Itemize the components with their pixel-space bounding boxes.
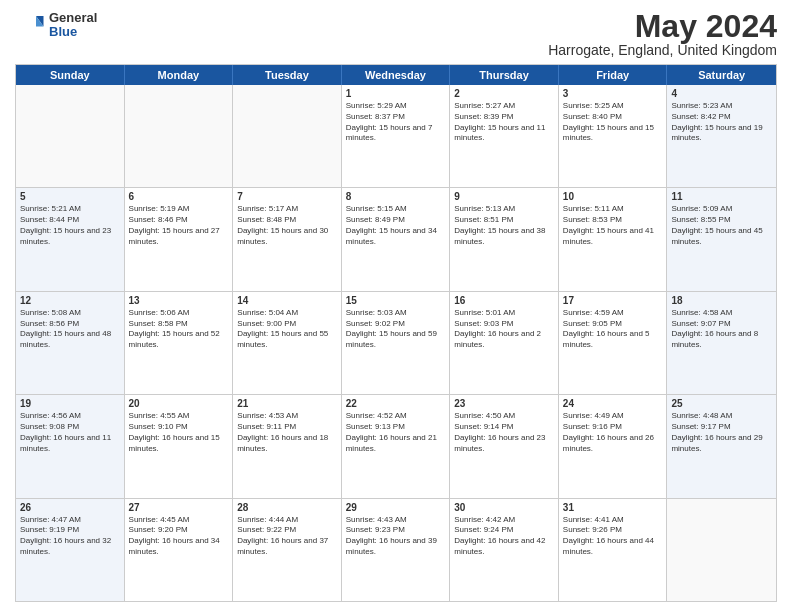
day-info: Sunrise: 4:47 AM Sunset: 9:19 PM Dayligh… [20,515,120,558]
day-cell-27: 27Sunrise: 4:45 AM Sunset: 9:20 PM Dayli… [125,499,234,601]
empty-cell [125,85,234,187]
day-number: 23 [454,398,554,409]
day-info: Sunrise: 5:11 AM Sunset: 8:53 PM Dayligh… [563,204,663,247]
day-cell-5: 5Sunrise: 5:21 AM Sunset: 8:44 PM Daylig… [16,188,125,290]
day-cell-3: 3Sunrise: 5:25 AM Sunset: 8:40 PM Daylig… [559,85,668,187]
day-cell-8: 8Sunrise: 5:15 AM Sunset: 8:49 PM Daylig… [342,188,451,290]
day-number: 13 [129,295,229,306]
day-cell-21: 21Sunrise: 4:53 AM Sunset: 9:11 PM Dayli… [233,395,342,497]
day-cell-22: 22Sunrise: 4:52 AM Sunset: 9:13 PM Dayli… [342,395,451,497]
day-number: 12 [20,295,120,306]
logo-icon [15,10,45,40]
day-number: 27 [129,502,229,513]
day-number: 28 [237,502,337,513]
empty-cell [16,85,125,187]
day-cell-1: 1Sunrise: 5:29 AM Sunset: 8:37 PM Daylig… [342,85,451,187]
day-cell-31: 31Sunrise: 4:41 AM Sunset: 9:26 PM Dayli… [559,499,668,601]
day-info: Sunrise: 5:03 AM Sunset: 9:02 PM Dayligh… [346,308,446,351]
day-cell-26: 26Sunrise: 4:47 AM Sunset: 9:19 PM Dayli… [16,499,125,601]
day-number: 9 [454,191,554,202]
page: General Blue May 2024 Harrogate, England… [0,0,792,612]
header-day-thursday: Thursday [450,65,559,85]
day-info: Sunrise: 4:56 AM Sunset: 9:08 PM Dayligh… [20,411,120,454]
header-day-saturday: Saturday [667,65,776,85]
day-info: Sunrise: 4:42 AM Sunset: 9:24 PM Dayligh… [454,515,554,558]
location: Harrogate, England, United Kingdom [548,42,777,58]
day-cell-29: 29Sunrise: 4:43 AM Sunset: 9:23 PM Dayli… [342,499,451,601]
day-number: 24 [563,398,663,409]
day-cell-16: 16Sunrise: 5:01 AM Sunset: 9:03 PM Dayli… [450,292,559,394]
calendar-header-row: SundayMondayTuesdayWednesdayThursdayFrid… [16,65,776,85]
day-cell-2: 2Sunrise: 5:27 AM Sunset: 8:39 PM Daylig… [450,85,559,187]
day-cell-23: 23Sunrise: 4:50 AM Sunset: 9:14 PM Dayli… [450,395,559,497]
day-cell-6: 6Sunrise: 5:19 AM Sunset: 8:46 PM Daylig… [125,188,234,290]
day-number: 20 [129,398,229,409]
header-day-wednesday: Wednesday [342,65,451,85]
day-info: Sunrise: 4:59 AM Sunset: 9:05 PM Dayligh… [563,308,663,351]
day-number: 19 [20,398,120,409]
day-info: Sunrise: 4:45 AM Sunset: 9:20 PM Dayligh… [129,515,229,558]
day-info: Sunrise: 5:19 AM Sunset: 8:46 PM Dayligh… [129,204,229,247]
day-cell-13: 13Sunrise: 5:06 AM Sunset: 8:58 PM Dayli… [125,292,234,394]
day-info: Sunrise: 4:49 AM Sunset: 9:16 PM Dayligh… [563,411,663,454]
day-cell-18: 18Sunrise: 4:58 AM Sunset: 9:07 PM Dayli… [667,292,776,394]
day-info: Sunrise: 5:23 AM Sunset: 8:42 PM Dayligh… [671,101,772,144]
day-number: 25 [671,398,772,409]
day-number: 7 [237,191,337,202]
day-cell-9: 9Sunrise: 5:13 AM Sunset: 8:51 PM Daylig… [450,188,559,290]
day-number: 26 [20,502,120,513]
day-number: 8 [346,191,446,202]
day-info: Sunrise: 4:43 AM Sunset: 9:23 PM Dayligh… [346,515,446,558]
title-section: May 2024 Harrogate, England, United King… [548,10,777,58]
day-cell-30: 30Sunrise: 4:42 AM Sunset: 9:24 PM Dayli… [450,499,559,601]
day-number: 6 [129,191,229,202]
day-info: Sunrise: 4:41 AM Sunset: 9:26 PM Dayligh… [563,515,663,558]
calendar-body: 1Sunrise: 5:29 AM Sunset: 8:37 PM Daylig… [16,85,776,601]
day-cell-28: 28Sunrise: 4:44 AM Sunset: 9:22 PM Dayli… [233,499,342,601]
day-number: 31 [563,502,663,513]
day-info: Sunrise: 5:09 AM Sunset: 8:55 PM Dayligh… [671,204,772,247]
header-day-monday: Monday [125,65,234,85]
day-info: Sunrise: 5:27 AM Sunset: 8:39 PM Dayligh… [454,101,554,144]
day-number: 5 [20,191,120,202]
day-info: Sunrise: 4:48 AM Sunset: 9:17 PM Dayligh… [671,411,772,454]
day-cell-20: 20Sunrise: 4:55 AM Sunset: 9:10 PM Dayli… [125,395,234,497]
logo-general-text: General [49,11,97,25]
header-day-friday: Friday [559,65,668,85]
week-row-1: 1Sunrise: 5:29 AM Sunset: 8:37 PM Daylig… [16,85,776,188]
day-number: 11 [671,191,772,202]
day-cell-24: 24Sunrise: 4:49 AM Sunset: 9:16 PM Dayli… [559,395,668,497]
day-number: 4 [671,88,772,99]
day-info: Sunrise: 5:13 AM Sunset: 8:51 PM Dayligh… [454,204,554,247]
day-cell-10: 10Sunrise: 5:11 AM Sunset: 8:53 PM Dayli… [559,188,668,290]
day-info: Sunrise: 5:04 AM Sunset: 9:00 PM Dayligh… [237,308,337,351]
day-number: 21 [237,398,337,409]
day-cell-15: 15Sunrise: 5:03 AM Sunset: 9:02 PM Dayli… [342,292,451,394]
day-cell-14: 14Sunrise: 5:04 AM Sunset: 9:00 PM Dayli… [233,292,342,394]
header: General Blue May 2024 Harrogate, England… [15,10,777,58]
week-row-2: 5Sunrise: 5:21 AM Sunset: 8:44 PM Daylig… [16,188,776,291]
day-info: Sunrise: 5:08 AM Sunset: 8:56 PM Dayligh… [20,308,120,351]
day-cell-17: 17Sunrise: 4:59 AM Sunset: 9:05 PM Dayli… [559,292,668,394]
day-number: 30 [454,502,554,513]
day-info: Sunrise: 5:25 AM Sunset: 8:40 PM Dayligh… [563,101,663,144]
week-row-3: 12Sunrise: 5:08 AM Sunset: 8:56 PM Dayli… [16,292,776,395]
day-info: Sunrise: 4:52 AM Sunset: 9:13 PM Dayligh… [346,411,446,454]
day-number: 10 [563,191,663,202]
week-row-5: 26Sunrise: 4:47 AM Sunset: 9:19 PM Dayli… [16,499,776,601]
header-day-sunday: Sunday [16,65,125,85]
day-number: 15 [346,295,446,306]
day-number: 3 [563,88,663,99]
header-day-tuesday: Tuesday [233,65,342,85]
day-cell-11: 11Sunrise: 5:09 AM Sunset: 8:55 PM Dayli… [667,188,776,290]
day-number: 1 [346,88,446,99]
day-cell-12: 12Sunrise: 5:08 AM Sunset: 8:56 PM Dayli… [16,292,125,394]
day-info: Sunrise: 4:55 AM Sunset: 9:10 PM Dayligh… [129,411,229,454]
day-number: 16 [454,295,554,306]
day-number: 22 [346,398,446,409]
week-row-4: 19Sunrise: 4:56 AM Sunset: 9:08 PM Dayli… [16,395,776,498]
day-number: 2 [454,88,554,99]
day-info: Sunrise: 5:15 AM Sunset: 8:49 PM Dayligh… [346,204,446,247]
day-number: 17 [563,295,663,306]
empty-cell [667,499,776,601]
